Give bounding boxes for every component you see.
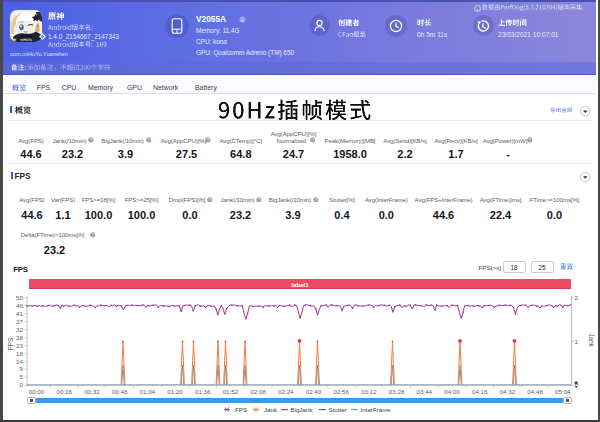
svg-text:03:28: 03:28: [389, 388, 405, 395]
svg-text:46: 46: [16, 302, 23, 309]
svg-text:01:20: 01:20: [167, 388, 183, 395]
svg-text:Jank: Jank: [264, 406, 278, 413]
svg-text:41: 41: [16, 310, 23, 317]
svg-text:32: 32: [16, 326, 23, 333]
svg-text:5: 5: [20, 373, 24, 380]
svg-text:01:52: 01:52: [223, 388, 239, 395]
svg-text:50: 50: [16, 294, 23, 301]
svg-text:02:24: 02:24: [278, 388, 294, 395]
svg-text:14: 14: [16, 358, 23, 365]
svg-text:1: 1: [575, 338, 579, 345]
svg-text:0: 0: [20, 381, 24, 388]
svg-text:02:56: 02:56: [333, 388, 349, 395]
svg-text:02:40: 02:40: [306, 388, 322, 395]
svg-text:00:48: 00:48: [112, 388, 128, 395]
svg-text:04:32: 04:32: [500, 388, 516, 395]
svg-text:01:04: 01:04: [140, 388, 156, 395]
svg-text:Stutter: Stutter: [329, 406, 347, 413]
svg-text:FPS: FPS: [235, 406, 247, 413]
svg-text:FPS: FPS: [7, 337, 14, 350]
svg-text:04:00: 04:00: [444, 388, 460, 395]
svg-text:28: 28: [16, 334, 23, 341]
svg-text:00:00: 00:00: [29, 388, 45, 395]
svg-text:04:16: 04:16: [472, 388, 488, 395]
svg-text:04:48: 04:48: [527, 388, 543, 395]
svg-text:03:44: 03:44: [417, 388, 433, 395]
svg-text:9: 9: [20, 365, 24, 372]
svg-text:05:04: 05:04: [555, 388, 571, 395]
svg-text:01:36: 01:36: [195, 388, 211, 395]
svg-text:BigJank: BigJank: [291, 406, 314, 413]
svg-text:00:16: 00:16: [56, 388, 72, 395]
svg-text:37: 37: [16, 318, 23, 325]
svg-text:03:12: 03:12: [361, 388, 377, 395]
svg-text:InterFrame: InterFrame: [361, 406, 392, 413]
svg-text:Jank: Jank: [588, 333, 595, 347]
svg-text:2: 2: [575, 294, 579, 301]
svg-text:miHoYo: miHoYo: [20, 38, 32, 42]
svg-text:18: 18: [16, 350, 23, 357]
svg-text:23: 23: [16, 342, 23, 349]
svg-text:02:08: 02:08: [250, 388, 266, 395]
svg-text:00:32: 00:32: [84, 388, 100, 395]
